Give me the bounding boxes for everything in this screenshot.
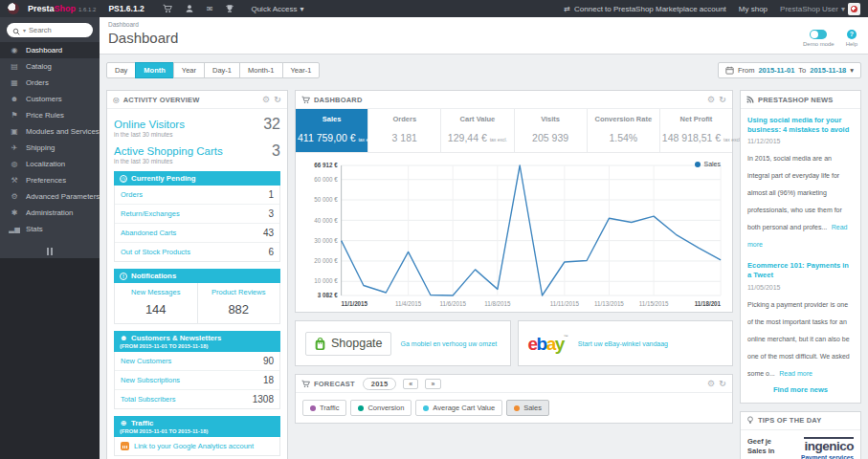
shop-name[interactable]: PS1.6.1.2 <box>108 4 144 13</box>
kpi-sales[interactable]: Sales411 759,00 € tax excl. <box>296 109 368 152</box>
read-more-link[interactable]: Read more <box>779 370 812 377</box>
forecast-average-cart-button[interactable]: Average Cart Value <box>415 400 502 416</box>
modules-icon: ▣ <box>9 127 20 136</box>
ingenico-tagline: Payment services <box>785 454 854 459</box>
sidebar-item-preferences[interactable]: ⚒Preferences <box>0 172 100 188</box>
quick-access-label: Quick Access <box>251 5 297 13</box>
forecast-year[interactable]: 2015 <box>363 378 397 390</box>
row-total-subscribers[interactable]: Total Subscribers1308 <box>115 390 279 408</box>
sidebar-item-label: Modules and Services <box>26 127 100 136</box>
panel-refresh-icon[interactable]: ↻ <box>719 96 726 104</box>
overview-icon: ◎ <box>113 96 120 104</box>
collapse-icon <box>47 248 49 255</box>
marketplace-icon: ⇄ <box>564 5 570 13</box>
ebay-link[interactable]: Start uw eBay-winkel vandaag <box>578 340 668 347</box>
demo-mode-toggle[interactable]: Demo mode <box>803 30 835 47</box>
pending-row-out-of-stock[interactable]: Out of Stock Products6 <box>115 243 279 261</box>
sidebar-item-advanced-parameters[interactable]: ⚙Advanced Parameters <box>0 188 100 205</box>
sidebar: ▾ ◉Dashboard ▤Catalog ▦Orders ☻Customers… <box>0 17 100 459</box>
marketplace-label: Connect to PrestaShop Marketplace accoun… <box>574 5 726 13</box>
chart-legend: Sales <box>695 161 721 167</box>
preset-year-button[interactable]: Year <box>173 62 205 78</box>
trophy-icon[interactable] <box>225 4 234 13</box>
panel-settings-icon[interactable]: ⚙ <box>707 380 715 388</box>
orders-icon: ▦ <box>9 78 20 87</box>
product-reviews-cell[interactable]: Product Reviews882 <box>197 283 280 323</box>
forecast-traffic-button[interactable]: Traffic <box>302 400 346 416</box>
preset-day-button[interactable]: Day <box>106 62 136 78</box>
find-more-news-link[interactable]: Find more news <box>747 385 854 394</box>
sidebar-item-customers[interactable]: ☻Customers <box>0 91 100 107</box>
kpi-value: 205 939 <box>532 132 568 143</box>
google-analytics-link[interactable]: Link to your Google Analytics account <box>114 437 280 456</box>
sidebar-item-localization[interactable]: ◍Localization <box>0 156 100 172</box>
search-scope-caret-icon[interactable]: ▾ <box>23 27 26 33</box>
sidebar-footer <box>0 258 100 459</box>
my-shop-link[interactable]: My shop <box>739 5 768 13</box>
online-visitors-label[interactable]: Online Visitors <box>114 119 185 130</box>
panel-settings-icon[interactable]: ⚙ <box>262 96 270 104</box>
kpi-label: Net Profit <box>662 115 730 123</box>
forecast-sales-button[interactable]: Sales <box>506 400 549 416</box>
kpi-net-profit[interactable]: Net Profit148 918,51 € tax excl. <box>660 109 732 152</box>
row-new-customers[interactable]: New Customers90 <box>115 352 279 371</box>
sidebar-item-orders[interactable]: ▦Orders <box>0 75 100 91</box>
search-input[interactable] <box>29 26 75 34</box>
sidebar-item-label: Administration <box>26 208 73 217</box>
preset-month-1-button[interactable]: Month-1 <box>239 62 283 78</box>
quick-access-menu[interactable]: Quick Access ▾ <box>251 5 303 13</box>
date-range-picker[interactable]: From 2015-11-01 To 2015-11-18 ▾ <box>718 62 861 78</box>
preset-year-1-button[interactable]: Year-1 <box>282 62 321 78</box>
date-to-value: 2015-11-18 <box>810 66 846 75</box>
preset-month-button[interactable]: Month <box>135 62 174 78</box>
row-new-subscriptions[interactable]: New Subscriptions18 <box>115 371 279 390</box>
ebay-letter: e <box>528 334 537 354</box>
tips-panel-title: TIPS OF THE DAY <box>758 416 821 425</box>
customer-icon[interactable] <box>185 4 194 13</box>
sidebar-item-stats[interactable]: ▂▅▇Stats <box>0 221 100 237</box>
kpi-orders[interactable]: Orders3 181 <box>368 109 441 152</box>
sidebar-item-administration[interactable]: ✱Administration <box>0 205 100 221</box>
preferences-icon: ⚒ <box>9 176 20 185</box>
traffic-date-range: (FROM 2015-11-01 TO 2015-11-18) <box>120 428 275 434</box>
user-menu[interactable]: PrestaShop User ▾ <box>780 3 860 15</box>
sidebar-item-shipping[interactable]: ✈Shipping <box>0 140 100 156</box>
cart-icon[interactable] <box>163 4 172 13</box>
sales-dot-icon <box>514 405 520 411</box>
forecast-prev-button[interactable]: « <box>403 379 418 389</box>
forecast-conversion-button[interactable]: Conversion <box>350 400 412 416</box>
kpi-label: Cart Value <box>443 115 511 123</box>
online-visitors-subtitle: in the last 30 minutes <box>114 131 280 138</box>
panel-settings-icon[interactable]: ⚙ <box>707 96 715 104</box>
article-title-link[interactable]: Ecommerce 101: Payments in a Tweet <box>747 261 854 280</box>
kpi-cart-value[interactable]: Cart Value129,44 € tax excl. <box>441 109 514 152</box>
sidebar-search[interactable]: ▾ <box>7 23 93 37</box>
toggle-switch-icon[interactable] <box>810 30 827 39</box>
marketplace-link[interactable]: ⇄ Connect to PrestaShop Marketplace acco… <box>564 5 725 13</box>
help-button[interactable]: ? Help <box>846 30 857 47</box>
sidebar-item-modules[interactable]: ▣Modules and Services <box>0 123 100 140</box>
panel-refresh-icon[interactable]: ↻ <box>274 96 281 104</box>
pending-row-returns[interactable]: Return/Exchanges3 <box>115 205 279 224</box>
sidebar-collapse-button[interactable] <box>0 245 100 258</box>
news-article: Using social media for your business: 4 … <box>747 116 854 251</box>
kpi-visits[interactable]: Visits205 939 <box>515 109 588 152</box>
forecast-next-button[interactable]: » <box>425 379 440 389</box>
preset-day-1-button[interactable]: Day-1 <box>204 62 240 78</box>
sidebar-item-catalog[interactable]: ▤Catalog <box>0 58 100 75</box>
article-title-link[interactable]: Using social media for your business: 4 … <box>747 116 854 135</box>
kpi-conversion-rate[interactable]: Conversion Rate1.54% <box>588 109 660 152</box>
customers-newsletters-title: Customers & Newsletters <box>131 334 221 342</box>
shopgate-link[interactable]: Ga mobiel en verhoog uw omzet <box>401 340 498 347</box>
sidebar-item-dashboard[interactable]: ◉Dashboard <box>0 42 100 58</box>
pending-row-abandoned-carts[interactable]: Abandoned Carts43 <box>115 224 279 243</box>
messages-icon[interactable]: ✉ <box>207 5 213 13</box>
button-label: Conversion <box>367 404 404 412</box>
pending-row-orders[interactable]: Orders1 <box>115 186 279 205</box>
new-messages-cell[interactable]: New Messages144 <box>115 283 197 323</box>
sidebar-item-price-rules[interactable]: ⚑Price Rules <box>0 107 100 123</box>
help-icon[interactable]: ? <box>847 30 857 39</box>
forecast-panel: FORECAST 2015 « » ⚙ ↻ Traffic Conversion <box>295 374 733 424</box>
active-carts-label[interactable]: Active Shopping Carts <box>114 145 223 157</box>
panel-refresh-icon[interactable]: ↻ <box>719 380 726 388</box>
